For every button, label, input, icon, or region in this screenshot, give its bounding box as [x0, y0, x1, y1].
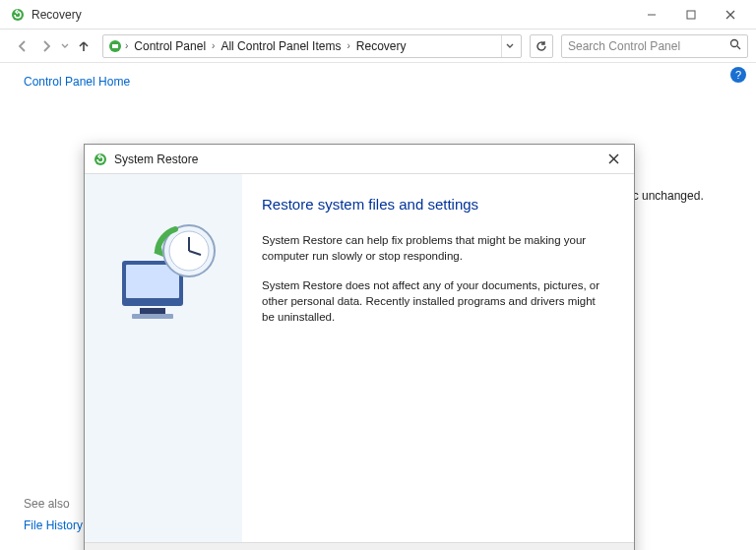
- breadcrumb-item[interactable]: Control Panel: [130, 39, 210, 53]
- svg-rect-2: [687, 11, 695, 19]
- chevron-right-icon: ›: [346, 40, 349, 51]
- see-also-heading: See also: [24, 497, 83, 511]
- control-panel-icon: [107, 38, 123, 54]
- dialog-title: System Restore: [114, 153, 593, 166]
- breadcrumb-item[interactable]: All Control Panel Items: [217, 39, 345, 53]
- dialog-body: Restore system files and settings System…: [85, 174, 634, 542]
- search-box[interactable]: Search Control Panel: [561, 34, 748, 58]
- help-badge-label: ?: [735, 69, 741, 81]
- refresh-button[interactable]: [530, 34, 553, 58]
- wizard-hero-panel: [85, 174, 242, 542]
- breadcrumb-item[interactable]: Recovery: [352, 39, 410, 53]
- system-restore-icon: [93, 152, 108, 167]
- back-arrow-button[interactable]: [12, 35, 33, 57]
- window-controls: [634, 4, 748, 26]
- window-titlebar: Recovery: [0, 0, 756, 30]
- address-bar[interactable]: › Control Panel › All Control Panel Item…: [102, 34, 522, 58]
- chevron-right-icon: ›: [212, 40, 215, 51]
- wizard-paragraph: System Restore can help fix problems tha…: [262, 232, 606, 264]
- recent-locations-dropdown[interactable]: [59, 35, 71, 57]
- sidebar: Control Panel Home: [24, 75, 181, 98]
- system-restore-hero-icon: [104, 214, 222, 332]
- minimize-button[interactable]: [634, 4, 669, 26]
- address-dropdown[interactable]: [501, 35, 517, 57]
- recovery-icon: [10, 7, 26, 23]
- wizard-paragraph: System Restore does not affect any of yo…: [262, 277, 606, 325]
- svg-rect-15: [132, 314, 173, 319]
- search-icon: [729, 38, 741, 53]
- search-placeholder: Search Control Panel: [568, 39, 724, 53]
- wizard-heading: Restore system files and settings: [262, 196, 606, 213]
- svg-point-7: [731, 40, 738, 47]
- up-button[interactable]: [73, 35, 94, 57]
- obscured-text-fragment: ic unchanged.: [630, 189, 704, 203]
- chevron-right-icon: ›: [125, 40, 128, 51]
- dialog-close-button[interactable]: [598, 149, 628, 170]
- svg-rect-14: [140, 308, 165, 314]
- help-icon[interactable]: ?: [730, 67, 746, 83]
- control-panel-home-link[interactable]: Control Panel Home: [24, 75, 181, 89]
- see-also-section: See also File History: [24, 497, 83, 532]
- window-title: Recovery: [32, 8, 82, 22]
- svg-line-8: [737, 46, 740, 49]
- see-also-link[interactable]: File History: [24, 519, 83, 532]
- wizard-content: Restore system files and settings System…: [242, 174, 634, 542]
- forward-arrow-button[interactable]: [35, 35, 57, 57]
- navigation-bar: › Control Panel › All Control Panel Item…: [0, 30, 756, 63]
- svg-rect-6: [112, 44, 118, 48]
- window-title-group: Recovery: [10, 7, 82, 23]
- nav-arrow-group: [12, 35, 94, 57]
- system-restore-dialog: System Restore: [84, 144, 635, 550]
- dialog-footer: < Back Next > Cancel: [85, 542, 634, 550]
- close-button[interactable]: [713, 4, 748, 26]
- content-area: ? Control Panel Home ic unchanged. See a…: [0, 65, 756, 550]
- maximize-button[interactable]: [673, 4, 709, 26]
- dialog-titlebar: System Restore: [85, 145, 634, 174]
